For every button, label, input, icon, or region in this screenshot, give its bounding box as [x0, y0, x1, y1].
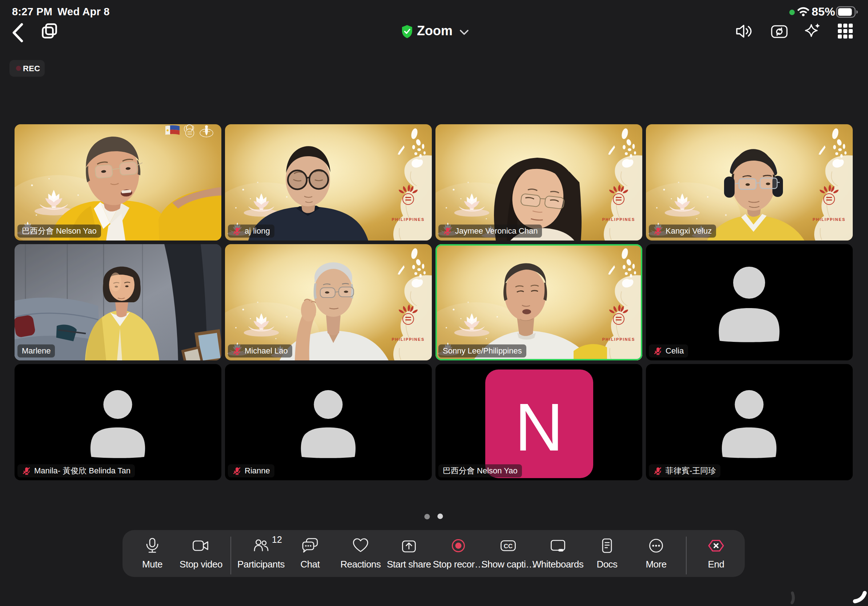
svg-text:CC: CC [504, 543, 513, 550]
svg-text:N: N [515, 390, 563, 465]
